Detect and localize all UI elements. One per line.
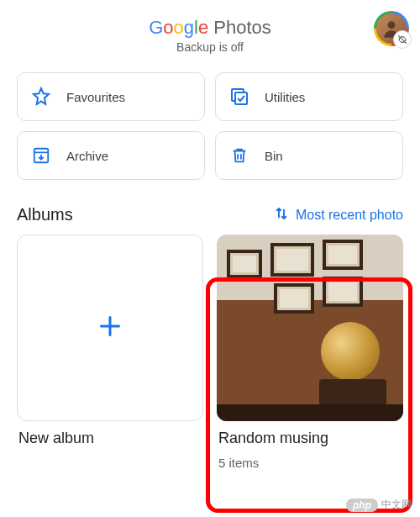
svg-rect-2 <box>235 92 247 104</box>
watermark-badge: php <box>346 499 378 512</box>
utilities-label: Utilities <box>265 90 305 104</box>
watermark-text: 中文网 <box>381 498 412 512</box>
sort-label: Most recent photo <box>296 208 403 223</box>
album-card[interactable]: Random musing 5 items <box>217 235 403 470</box>
album-title: Random musing <box>217 430 403 447</box>
albums-grid: New album Random musing 5 items <box>0 235 420 470</box>
star-icon <box>31 87 51 107</box>
favourites-label: Favourites <box>66 90 125 104</box>
album-thumbnail <box>217 235 403 421</box>
archive-icon <box>31 145 51 166</box>
favourites-tile[interactable]: Favourites <box>17 72 205 121</box>
utilities-tile[interactable]: Utilities <box>215 72 403 121</box>
svg-point-0 <box>388 21 396 29</box>
bin-label: Bin <box>265 149 283 163</box>
profile-avatar[interactable] <box>375 12 408 45</box>
plus-icon <box>95 311 125 345</box>
archive-label: Archive <box>66 149 108 163</box>
app-logo: Google Photos <box>0 17 420 39</box>
app-header: Google Photos Backup is off <box>0 0 420 64</box>
archive-tile[interactable]: Archive <box>17 131 205 180</box>
new-album-label: New album <box>17 430 203 447</box>
sort-button[interactable]: Most recent photo <box>274 206 403 224</box>
sync-off-badge-icon <box>393 30 412 49</box>
watermark: php 中文网 <box>346 498 412 512</box>
utilities-icon <box>229 87 249 107</box>
new-album-card[interactable]: New album <box>17 235 203 470</box>
bin-tile[interactable]: Bin <box>215 131 403 180</box>
albums-title: Albums <box>17 205 73 224</box>
trash-icon <box>229 145 249 166</box>
album-subtitle: 5 items <box>217 456 403 470</box>
library-tiles: Favourites Utilities Archive Bin <box>0 64 420 188</box>
backup-status: Backup is off <box>0 40 420 54</box>
sort-icon <box>274 206 289 224</box>
albums-header: Albums Most recent photo <box>0 188 420 235</box>
